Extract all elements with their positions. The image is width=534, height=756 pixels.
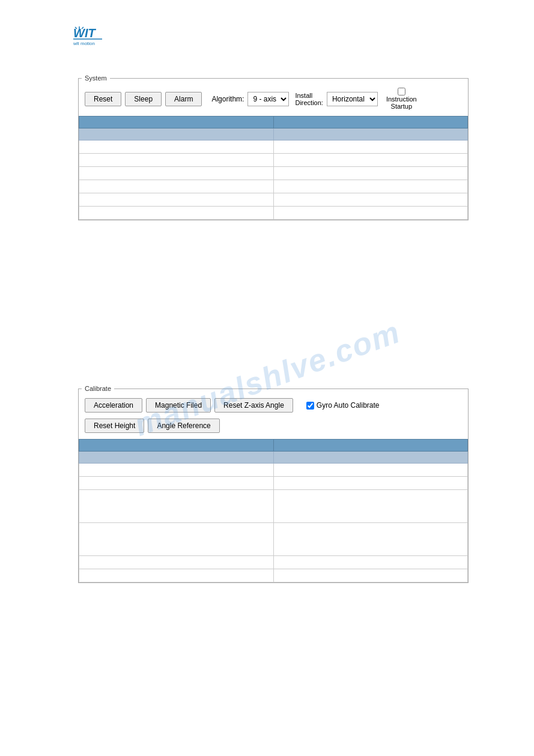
table-row <box>79 167 468 180</box>
instruction-startup-checkbox[interactable] <box>398 88 405 95</box>
alarm-button[interactable]: Alarm <box>165 92 202 106</box>
wit-logo: WIT wlt motion <box>72 24 120 48</box>
calibrate-controls-row2: Reset Height Angle Reference <box>79 419 468 439</box>
logo-area: WIT wlt motion <box>72 24 120 50</box>
system-table-subheader <box>79 129 468 141</box>
table-row <box>79 193 468 207</box>
reset-z-axis-button[interactable]: Reset Z-axis Angle <box>214 398 293 413</box>
algorithm-select[interactable]: 9 - axis 6 - axis <box>247 92 289 106</box>
install-direction-label: Install Direction: <box>295 92 323 106</box>
table-row <box>79 180 468 193</box>
system-controls: Reset Sleep Alarm Algorithm: 9 - axis 6 … <box>79 79 468 116</box>
system-panel: System Reset Sleep Alarm Algorithm: 9 - … <box>78 78 469 220</box>
gyro-auto-calibrate-checkbox[interactable] <box>306 402 314 410</box>
gyro-auto-calibrate-label: Gyro Auto Calibrate <box>317 401 380 410</box>
table-row <box>79 141 468 154</box>
calibrate-panel: Calibrate Acceleration Magnetic Filed Re… <box>78 389 469 583</box>
table-row <box>79 490 468 523</box>
angle-reference-button[interactable]: Angle Reference <box>148 419 219 433</box>
table-row <box>79 154 468 167</box>
system-panel-title: System <box>82 73 110 83</box>
instruction-startup-label2: Startup <box>391 103 412 110</box>
acceleration-button[interactable]: Acceleration <box>85 398 142 413</box>
calibrate-table-subheader <box>79 452 468 464</box>
svg-text:wlt motion: wlt motion <box>73 41 95 46</box>
calibrate-controls-row1: Acceleration Magnetic Filed Reset Z-axis… <box>79 389 468 419</box>
system-table-header <box>79 116 468 129</box>
table-row <box>79 464 468 477</box>
table-row <box>79 207 468 220</box>
table-row <box>79 523 468 556</box>
table-row <box>79 556 468 569</box>
sleep-button[interactable]: Sleep <box>125 92 162 106</box>
gyro-auto-calibrate-area: Gyro Auto Calibrate <box>306 401 380 410</box>
reset-height-button[interactable]: Reset Height <box>85 419 144 433</box>
magnetic-filed-button[interactable]: Magnetic Filed <box>146 398 211 413</box>
instruction-startup-area: Instruction Startup <box>386 88 417 110</box>
calibrate-panel-title: Calibrate <box>82 384 114 393</box>
reset-button[interactable]: Reset <box>85 92 121 106</box>
calibrate-table-header <box>79 440 468 452</box>
instruction-startup-label: Instruction <box>386 95 417 103</box>
system-table <box>79 116 468 220</box>
install-direction-select[interactable]: Horizontal Vertical Normal <box>327 92 378 106</box>
algorithm-label: Algorithm: <box>211 95 244 103</box>
calibrate-table <box>79 439 468 582</box>
table-row <box>79 477 468 490</box>
table-row <box>79 569 468 582</box>
